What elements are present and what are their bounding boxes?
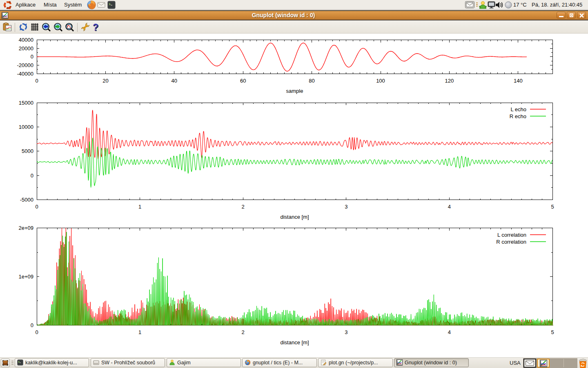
svg-text:2: 2 xyxy=(242,329,245,335)
svg-text:120: 120 xyxy=(445,78,454,84)
svg-text:1: 1 xyxy=(138,329,141,335)
svg-text:2: 2 xyxy=(242,204,245,210)
svg-text:-40000: -40000 xyxy=(17,71,33,77)
svg-text:80: 80 xyxy=(309,78,314,84)
svg-text:40: 40 xyxy=(172,78,177,84)
svg-text:100: 100 xyxy=(376,78,385,84)
svg-text:-20000: -20000 xyxy=(17,62,33,68)
svg-text:5: 5 xyxy=(551,329,554,335)
svg-text:4: 4 xyxy=(448,204,451,210)
svg-text:140: 140 xyxy=(514,78,523,84)
svg-text:2e+09: 2e+09 xyxy=(18,225,33,231)
svg-text:10000: 10000 xyxy=(19,124,33,130)
svg-text:L echo: L echo xyxy=(510,106,526,112)
svg-text:3: 3 xyxy=(345,204,347,210)
svg-text:15000: 15000 xyxy=(19,100,33,106)
svg-text:20: 20 xyxy=(102,78,108,84)
svg-text:0: 0 xyxy=(31,54,33,60)
svg-text:4: 4 xyxy=(448,329,451,335)
svg-text:1: 1 xyxy=(138,204,141,210)
svg-text:0: 0 xyxy=(31,322,33,328)
svg-text:0: 0 xyxy=(35,329,38,335)
svg-text:60: 60 xyxy=(240,78,246,84)
svg-text:0: 0 xyxy=(31,173,33,179)
svg-text:20000: 20000 xyxy=(19,45,33,52)
svg-text:3: 3 xyxy=(345,329,347,335)
svg-text:5: 5 xyxy=(551,204,554,210)
svg-text:R echo: R echo xyxy=(510,113,526,119)
svg-text:-5000: -5000 xyxy=(20,197,33,203)
svg-text:5000: 5000 xyxy=(22,148,33,154)
svg-text:1e+09: 1e+09 xyxy=(18,274,33,280)
svg-text:L correlation: L correlation xyxy=(497,232,526,238)
svg-text:distance [m]: distance [m] xyxy=(280,339,309,346)
svg-text:sample: sample xyxy=(286,88,303,94)
svg-text:0: 0 xyxy=(35,204,38,210)
svg-text:40000: 40000 xyxy=(19,37,33,43)
svg-text:R correlation: R correlation xyxy=(496,239,526,245)
svg-text:distance [m]: distance [m] xyxy=(280,214,309,220)
svg-text:0: 0 xyxy=(35,78,38,84)
